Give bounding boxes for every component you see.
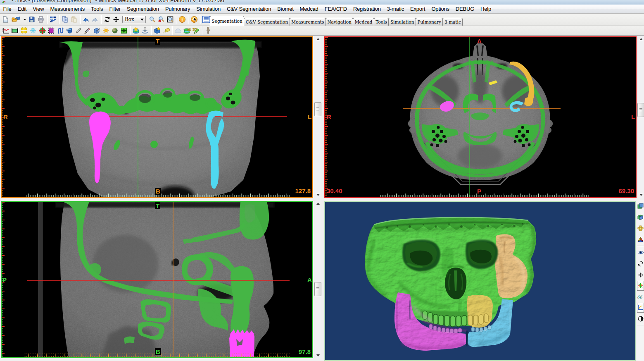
sagittal-scrollbar[interactable] <box>314 200 321 359</box>
morphology-button[interactable] <box>56 26 65 35</box>
multi-slice-edit-button[interactable] <box>110 26 119 35</box>
tab-pulmonary[interactable]: Pulmonary <box>416 18 443 26</box>
draw-rectangle-button[interactable] <box>10 26 19 35</box>
patient-orientation-button[interactable] <box>204 26 213 35</box>
zoom-mode-combo[interactable]: Box <box>122 16 146 23</box>
new-project-button[interactable] <box>1 14 10 24</box>
tab-medcad[interactable]: Medcad <box>353 18 374 26</box>
menu-help[interactable]: Help <box>478 5 494 13</box>
segmentation-toolbar: 3D 3D <box>0 26 644 36</box>
redo-button[interactable] <box>90 14 100 24</box>
visibility-button[interactable] <box>637 247 644 258</box>
crop-mask-button[interactable] <box>119 26 128 35</box>
profile-line-button[interactable] <box>1 26 10 35</box>
info-button[interactable]: i <box>178 14 187 24</box>
unzoom-button[interactable] <box>157 14 166 24</box>
tab-simulation[interactable]: Simulation <box>388 18 416 26</box>
edit-3d-button[interactable]: 3D <box>192 26 201 35</box>
viewport-coronal[interactable]: T R L B 127.8 <box>1 36 313 198</box>
axial-scrollbar[interactable] <box>637 36 644 198</box>
tab-segmentation[interactable]: Segmentation <box>210 16 244 26</box>
axial-value-left: 30.40 <box>327 187 342 194</box>
tab-measurements[interactable]: Measurements <box>290 18 326 26</box>
menu-cv-segmentation[interactable]: C&V Segmentation <box>223 5 274 13</box>
print-button[interactable] <box>36 14 45 24</box>
tab-3matic[interactable]: 3-matic <box>442 18 463 26</box>
copy-button[interactable] <box>60 14 69 24</box>
menu-edit[interactable]: Edit <box>14 5 30 13</box>
edit-mask-button[interactable] <box>47 26 56 35</box>
intensity-curve-button[interactable] <box>637 303 644 313</box>
menu-measurements[interactable]: Measurements <box>47 5 88 13</box>
menu-file[interactable]: File <box>0 5 14 13</box>
menu-pulmonary[interactable]: Pulmonary <box>162 5 193 13</box>
axial-ct-image <box>325 37 636 197</box>
image-organize-button[interactable] <box>48 14 57 24</box>
menu-debug[interactable]: DEBUG <box>452 5 477 13</box>
view-layout-button[interactable] <box>637 200 644 211</box>
calculate-3d-from-mask-button[interactable]: 3D <box>183 26 192 35</box>
crosshair-axes-button[interactable] <box>637 281 644 291</box>
sagittal-orientation-top: T <box>155 202 160 209</box>
menu-biomet[interactable]: Biomet <box>274 5 297 13</box>
tab-navigation[interactable]: Navigation <box>326 18 353 26</box>
menu-medcad[interactable]: Medcad <box>297 5 321 13</box>
menu-view[interactable]: View <box>30 5 47 13</box>
mask-smart-expand-button[interactable] <box>131 26 140 35</box>
project-text-button[interactable] <box>202 14 211 24</box>
coronal-scrollbar[interactable] <box>314 36 321 198</box>
zoom-button[interactable] <box>147 14 157 24</box>
combo-arrow-icon <box>140 19 144 21</box>
coronal-orientation-top: T <box>155 38 160 45</box>
open-project-button[interactable] <box>10 14 22 24</box>
menu-segmentation[interactable]: Segmentation <box>124 5 162 13</box>
ortho-views-button[interactable] <box>637 222 644 234</box>
edit-contour-button[interactable] <box>83 26 92 35</box>
edit-mask-3d-button[interactable] <box>92 26 101 35</box>
boolean-operations-button[interactable] <box>152 26 162 35</box>
draw-profile-button[interactable] <box>74 26 83 35</box>
axial-bottom-ruler <box>379 193 589 197</box>
window-title: - .mcs - (Lossless Compression)* - Mimic… <box>12 0 224 3</box>
tab-strip: Segmentation C&V Segmentation Measuremen… <box>210 16 462 26</box>
menu-registration[interactable]: Registration <box>350 5 384 13</box>
undo-button[interactable] <box>81 14 90 24</box>
calculate-polylines-button[interactable] <box>140 26 150 35</box>
open-dropdown-arrow[interactable] <box>22 14 27 24</box>
menu-3matic[interactable]: 3-matic <box>384 5 407 13</box>
zoom-box-button[interactable] <box>166 14 175 24</box>
pan-3d-button[interactable] <box>637 269 644 280</box>
viewport-axial[interactable]: A R L P 30.40 69.30 <box>324 36 637 198</box>
mask-properties-button[interactable] <box>162 26 171 35</box>
context-help-button[interactable] <box>190 14 199 24</box>
menu-filter[interactable]: Filter <box>106 5 124 13</box>
3d-cube-view-button[interactable] <box>637 211 644 222</box>
axial-orientation-right: L <box>631 113 635 120</box>
region-grow-button[interactable] <box>29 26 38 35</box>
orientation-pyramid-button[interactable] <box>637 234 644 245</box>
menu-export[interactable]: Export <box>407 5 428 13</box>
menu-simulation[interactable]: Simulation <box>193 5 224 13</box>
stereo-glasses-button[interactable]: 66 <box>637 291 644 302</box>
coronal-orientation-left: R <box>3 113 8 120</box>
menu-options[interactable]: Options <box>428 5 452 13</box>
menu-feacfd[interactable]: FEA/CFD <box>321 5 350 13</box>
contrast-button[interactable] <box>101 26 110 35</box>
calculate-3d-button[interactable] <box>38 26 47 35</box>
paste-button[interactable] <box>69 14 78 24</box>
smart-fill-button[interactable] <box>65 26 74 35</box>
title-bar[interactable]: - .mcs - (Lossless Compression)* - Mimic… <box>0 0 644 5</box>
rotate-3d-button[interactable] <box>637 258 644 269</box>
viewport-3d[interactable] <box>324 201 636 361</box>
smooth-mask-button[interactable] <box>173 26 183 35</box>
pan-button[interactable] <box>112 14 121 24</box>
tab-cv-segmentation[interactable]: C&V Segmentation <box>244 18 290 26</box>
tab-tools[interactable]: Tools <box>374 18 389 26</box>
rotate-button[interactable] <box>102 14 112 24</box>
threshold-button[interactable] <box>19 26 29 35</box>
sagittal-orientation-bottom: B <box>155 348 161 355</box>
save-button[interactable] <box>27 14 36 24</box>
contrast-toggle-button[interactable] <box>637 313 644 324</box>
menu-tools[interactable]: Tools <box>88 5 106 13</box>
viewport-sagittal[interactable]: T P A B 97.8 <box>1 201 313 358</box>
